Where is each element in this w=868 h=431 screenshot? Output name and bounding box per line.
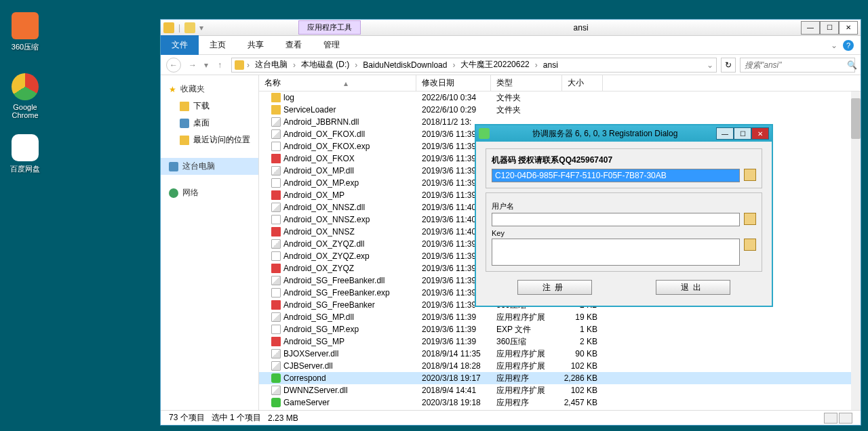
file-size: 2,286 KB [562,373,603,383]
ribbon-tab-share[interactable]: 共享 [237,35,275,55]
minimize-button[interactable]: — [801,21,820,35]
key-input[interactable] [492,239,740,266]
file-row[interactable]: Android_SG_MP.exp2019/3/6 11:39EXP 文件1 K… [259,323,861,335]
file-name: Android_SG_FreeBanker [283,300,375,310]
file-row[interactable]: Correspond2020/3/18 19:17应用程序2,286 KB [259,372,861,384]
machine-code-input[interactable]: C120-04D6-985F-F4F7-5110-F05F-7B87-30AB [492,169,740,182]
status-selected: 选中 1 个项目 [212,412,261,424]
qat-dropdown-icon[interactable]: ▾ [199,23,203,33]
dialog-maximize-button[interactable]: ☐ [734,127,751,140]
baidu-icon [12,134,39,161]
scrollbar-vertical[interactable] [851,91,861,410]
file-name: Android_OX_FKOX [283,154,355,163]
desktop-icon-baidu[interactable]: 百度网盘 [1,134,49,174]
file-row[interactable]: log2022/6/10 0:34文件夹 [259,91,861,104]
close-button[interactable]: ✕ [839,21,858,35]
file-type-icon [271,349,281,358]
sort-indicator-icon: ▴ [344,79,348,88]
ribbon-tab-file[interactable]: 文件 [161,35,199,55]
desktop-icon-chrome[interactable]: Google Chrome [1,73,49,119]
recent-dropdown-icon[interactable]: ▾ [204,60,208,70]
view-details-button[interactable] [824,413,837,424]
ribbon-tab-view[interactable]: 查看 [275,35,313,55]
dialog-titlebar[interactable]: 协调服务器 6, 6, 0, 3 Registration Dialog — ☐… [476,125,772,142]
breadcrumb-dropdown-icon[interactable]: ⌄ [707,60,713,70]
dialog-close-button[interactable]: ✕ [751,127,769,140]
back-button[interactable]: ← [166,58,181,73]
file-name: ServiceLoader [283,105,336,115]
breadcrumb-item[interactable]: 本地磁盘 (D:) [298,59,352,70]
file-date: 2022/6/10 0:29 [416,105,491,115]
file-row[interactable]: GameServer2020/3/18 19:18应用程序2,457 KB [259,396,861,409]
file-name: Correspond [283,373,326,383]
column-header-size[interactable]: 大小 [562,75,603,91]
column-header-date[interactable]: 修改日期 [416,75,491,91]
forward-button[interactable]: → [185,58,200,73]
chevron-right-icon[interactable]: › [355,60,357,70]
file-name: Android_OX_ZYQZ.dll [283,239,364,249]
breadcrumb-item[interactable]: 大牛魔王20220622 [458,59,532,70]
column-header-name[interactable]: 名称▴ [259,75,416,91]
column-header-type[interactable]: 类型 [491,75,562,91]
breadcrumb-item[interactable]: 这台电脑 [252,59,290,70]
file-row[interactable]: CJBServer.dll2018/9/14 18:28应用程序扩展102 KB [259,360,861,372]
scroll-thumb[interactable] [851,98,861,139]
file-type-icon [271,129,281,139]
dialog-minimize-button[interactable]: — [716,127,734,140]
chevron-right-icon[interactable]: › [247,60,250,70]
exit-button[interactable]: 退出 [656,280,730,295]
breadcrumb[interactable]: › 这台电脑 › 本地磁盘 (D:) › BaiduNetdiskDownloa… [231,58,717,73]
chevron-right-icon[interactable]: › [293,60,296,70]
paste-icon[interactable] [744,213,756,225]
sidebar-favorites[interactable]: ★ 收藏夹 [161,81,258,98]
file-type-icon [271,251,281,261]
file-row[interactable]: Android_SG_MP2019/3/6 11:39360压缩2 KB [259,335,861,348]
view-icons-button[interactable] [839,413,852,424]
ribbon-expand-icon[interactable]: ⌄ [831,41,837,50]
file-name: Android_OX_NNSZ.exp [283,215,370,224]
file-type-icon [271,154,281,163]
file-name: Android_SG_MP.exp [283,325,359,334]
ribbon-tab-home[interactable]: 主页 [199,35,237,55]
file-name: Android_OX_ZYQZ.exp [283,251,370,261]
file-row[interactable]: Android_SG_MP.dll2019/3/6 11:39应用程序扩展19 … [259,311,861,323]
chevron-right-icon[interactable]: › [535,60,538,70]
register-button[interactable]: 注册 [517,280,592,295]
file-type-icon [271,373,281,383]
file-size: 1 KB [562,325,603,334]
file-row[interactable]: ServiceLoader2022/6/10 0:29文件夹 [259,104,861,116]
sidebar-network[interactable]: 网络 [161,184,258,201]
file-size: 102 KB [562,361,603,371]
star-icon: ★ [169,85,176,94]
file-type-icon [271,105,281,115]
file-type-icon [271,178,281,188]
maximize-button[interactable]: ☐ [820,21,839,35]
search-icon[interactable]: 🔍 [847,60,857,70]
help-icon[interactable]: ? [843,40,854,51]
search-input[interactable] [745,60,847,70]
up-button[interactable]: ↑ [212,58,227,73]
file-row[interactable]: BJOXServer.dll2018/9/14 11:35应用程序扩展90 KB [259,348,861,360]
breadcrumb-item[interactable]: BaiduNetdiskDownload [360,60,450,70]
computer-icon [169,162,178,171]
file-row[interactable]: DWNNZServer.dll2018/9/4 14:41应用程序扩展102 K… [259,384,861,396]
username-input[interactable] [492,213,740,226]
file-type: 应用程序扩展 [491,348,562,360]
sidebar-item-downloads[interactable]: 下载 [161,98,258,115]
copy-icon[interactable] [744,169,756,181]
file-name: CJBServer.dll [283,361,333,371]
paste-icon[interactable] [744,239,756,251]
sidebar-computer[interactable]: 这台电脑 [161,158,258,175]
ribbon-tab-manage[interactable]: 管理 [313,35,351,55]
qat-icon[interactable] [184,22,195,33]
chevron-right-icon[interactable]: › [452,60,455,70]
breadcrumb-item[interactable]: ansi [540,60,561,70]
sidebar-item-desktop[interactable]: 桌面 [161,115,258,131]
sidebar-item-recent[interactable]: 最近访问的位置 [161,131,258,148]
file-type: 应用程序扩展 [491,385,562,396]
search-box[interactable]: 🔍 [740,58,855,73]
desktop-icon-360zip[interactable]: 360压缩 [1,12,49,52]
file-name: GameServer [283,398,330,407]
file-type-icon [271,239,281,249]
refresh-button[interactable]: ↻ [721,58,736,73]
